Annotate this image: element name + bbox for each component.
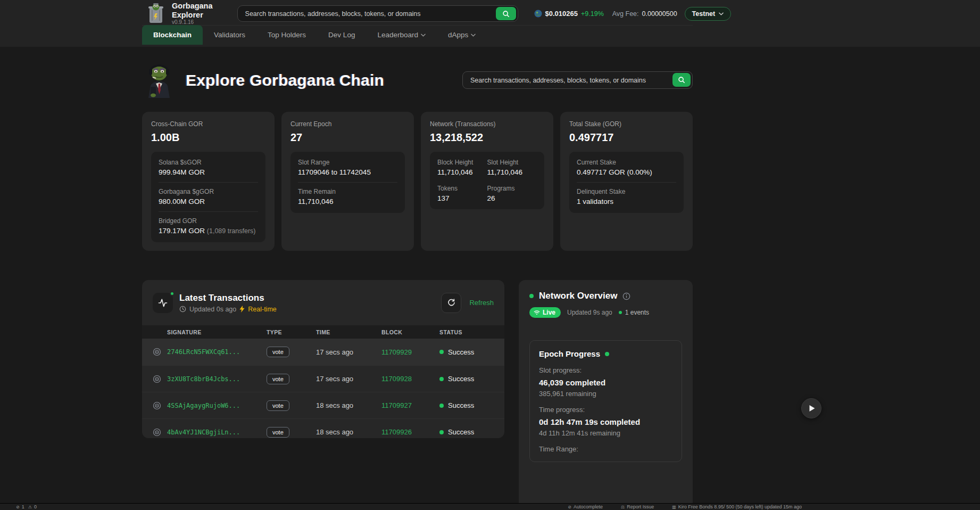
success-dot (439, 350, 444, 354)
hero-search-button[interactable] (672, 73, 691, 87)
time-remaining: 4d 11h 12m 41s remaining (539, 429, 672, 437)
stat-card-network-transactions: Network (Transactions) 13,218,522 Block … (421, 112, 553, 251)
tx-block-link[interactable]: 11709926 (381, 428, 439, 436)
refresh-icon (447, 298, 456, 307)
transactions-title: Latest Transactions (179, 293, 277, 303)
col-signature: SIGNATURE (167, 329, 267, 335)
eye-icon[interactable] (153, 348, 161, 356)
autocomplete-icon: ⊘ (568, 505, 571, 509)
tx-signature-link[interactable]: 4bAv4YJ1NCBgjiLn... (167, 429, 267, 436)
overview-updated: Updated 9s ago (567, 309, 612, 316)
time-range-label: Time Range: (539, 445, 672, 453)
table-row: 4SSAjAgaygRujoW6... vote 18 secs ago 117… (142, 392, 504, 418)
tx-signature-link[interactable]: 4SSAjAgaygRujoW6... (167, 402, 267, 409)
search-icon (678, 76, 685, 84)
tx-block-link[interactable]: 11709929 (381, 348, 439, 356)
success-dot (439, 404, 444, 408)
problems-errors[interactable]: ⊘1 (16, 504, 24, 509)
eye-icon[interactable] (153, 428, 161, 437)
play-icon (809, 405, 816, 412)
wifi-icon (534, 310, 540, 315)
chevron-down-icon (421, 34, 426, 37)
success-dot (439, 430, 444, 434)
problems-warnings[interactable]: ⚠0 (28, 504, 37, 509)
nav-tab-validators[interactable]: Validators (203, 25, 256, 45)
nav-tab-dapps[interactable]: dApps (437, 25, 487, 45)
tx-signature-link[interactable]: 3zXU8Tc8brB4Jcbs... (167, 375, 267, 383)
activity-icon-box (153, 293, 173, 313)
statusbar-report-issue[interactable]: ⚖Report Issue (621, 504, 654, 509)
avg-fee-value: 0.00000500 (642, 10, 677, 18)
tx-type-badge: vote (267, 374, 289, 384)
activity-icon (157, 298, 168, 308)
tx-signature-link[interactable]: 2746LRcN5FWXCq61... (167, 348, 267, 356)
warning-icon: ⚠ (28, 505, 32, 509)
eye-icon[interactable] (153, 375, 161, 383)
network-overview-title: Network Overview (539, 291, 617, 301)
nav-tab-blockchain[interactable]: Blockchain (142, 25, 203, 45)
play-button[interactable] (801, 398, 821, 418)
eye-icon[interactable] (153, 401, 161, 410)
stat-card-cross-chain-gor: Cross-Chain GOR 1.00B Solana $sGOR 999.9… (142, 112, 275, 251)
app-logo-trashcan-icon (146, 3, 165, 25)
live-badge: Live (529, 307, 561, 318)
app-title: Gorbagana Explorer (172, 2, 213, 19)
tx-block-link[interactable]: 11709928 (381, 375, 439, 383)
network-selector[interactable]: Testnet (685, 7, 732, 21)
hero-search-input[interactable] (462, 71, 693, 89)
slot-progress-label: Slot progress: (539, 366, 672, 374)
tx-status: Success (439, 401, 494, 409)
stats-row: Cross-Chain GOR 1.00B Solana $sGOR 999.9… (142, 112, 693, 251)
nav-tab-top-holders[interactable]: Top Holders (256, 25, 317, 45)
time-completed: 0d 12h 47m 19s completed (539, 417, 672, 426)
gorbagana-mascot-image (142, 62, 176, 98)
hero-section: Explore Gorbagana Chain (142, 47, 693, 98)
status-dot (529, 294, 534, 298)
tx-status: Success (439, 428, 494, 436)
refresh-label[interactable]: Refresh (469, 299, 494, 307)
avg-fee-label: Avg Fee: (612, 10, 639, 18)
clock-icon (179, 306, 186, 312)
report-issue-icon: ⚖ (621, 505, 625, 509)
chevron-down-icon (471, 34, 476, 37)
page-title: Explore Gorbagana Chain (186, 71, 384, 89)
gorbagana-explorer-app: Gorbagana Explorer v0.9.1.16 (0, 0, 980, 510)
main-nav: Blockchain Validators Top Holders Dev Lo… (142, 25, 693, 45)
time-progress-label: Time progress: (539, 406, 672, 414)
gor-price: $0.010265 (545, 10, 578, 18)
slot-remaining: 385,961 remaining (539, 390, 672, 398)
tx-type-badge: vote (267, 427, 289, 438)
table-row: 3zXU8Tc8brB4Jcbs... vote 17 secs ago 117… (142, 365, 504, 392)
status-dot (619, 311, 622, 314)
refresh-button[interactable] (441, 293, 461, 313)
col-status: STATUS (439, 329, 494, 335)
bonds-icon: ▥ (672, 505, 676, 509)
search-icon (502, 10, 510, 18)
table-row: 2746LRcN5FWXCq61... vote 17 secs ago 117… (142, 339, 504, 365)
nav-tab-dev-log[interactable]: Dev Log (317, 25, 366, 45)
tx-time: 17 secs ago (316, 375, 381, 383)
lightning-icon (239, 306, 245, 312)
info-icon[interactable] (622, 292, 630, 300)
tx-time: 18 secs ago (316, 428, 381, 436)
network-overview-panel: Network Overview Live (519, 280, 693, 510)
stat-card-total-stake: Total Stake (GOR) 0.497717 Current Stake… (560, 112, 693, 251)
col-type: TYPE (267, 329, 316, 335)
status-dot (605, 352, 609, 356)
table-row: 4bAv4YJ1NCBgjiLn... vote 18 secs ago 117… (142, 418, 504, 438)
header-search-input[interactable] (237, 5, 518, 22)
success-dot (439, 377, 444, 381)
live-dot (170, 291, 175, 296)
header-search-button[interactable] (496, 7, 516, 20)
gor-coin-icon (534, 10, 542, 18)
realtime-badge: Real-time (248, 306, 277, 313)
epoch-progress-title: Epoch Progress (539, 349, 600, 358)
nav-tab-leaderboard[interactable]: Leaderboard (366, 25, 437, 45)
col-block: BLOCK (381, 329, 439, 335)
statusbar-autocomplete[interactable]: ⊘Autocomplete (568, 504, 603, 509)
epoch-progress-card: Epoch Progress Slot progress: 46,039 com… (529, 340, 682, 462)
error-icon: ⊘ (16, 505, 20, 509)
statusbar-kiro-bonds[interactable]: ▥Kiro Free Bonds 8.95/ 500 (50 days left… (672, 504, 802, 509)
tx-block-link[interactable]: 11709927 (381, 401, 439, 409)
stat-card-current-epoch: Current Epoch 27 Slot Range 11709046 to … (281, 112, 414, 251)
